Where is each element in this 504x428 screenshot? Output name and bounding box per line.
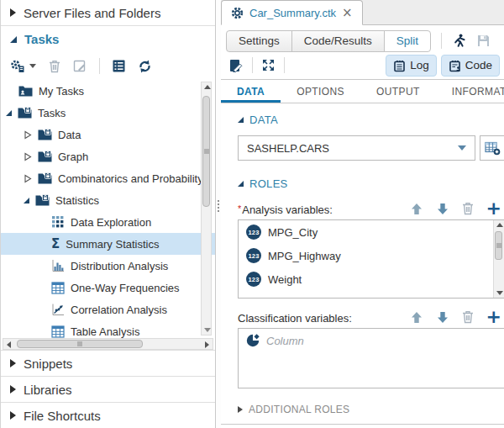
run-button[interactable] [453,34,466,48]
edit-task-button[interactable] [73,60,87,73]
any-column-type-icon [246,334,260,347]
collapsed-arrow-icon [10,411,16,420]
task-properties-button[interactable] [113,60,125,72]
tree-item-my-tasks[interactable]: My Tasks [1,80,215,102]
tree-vertical-scrollbar[interactable] [201,82,212,336]
section-file-shortcuts[interactable]: File Shortcuts [1,402,215,428]
close-icon[interactable]: × [342,7,353,19]
edit-task-button[interactable] [229,59,243,72]
log-label: Log [410,59,429,71]
tab-car-summary[interactable]: Car_Summary.ctk × [221,0,363,25]
scroll-up-arrow-icon[interactable] [204,85,211,89]
section-label: Tasks [24,32,59,46]
collapsed-arrow-icon [10,359,16,367]
tasks-toolbar [1,52,215,80]
classification-variables-listbox[interactable]: Column [238,328,504,388]
tab-options[interactable]: OPTIONS [281,80,360,103]
list-item[interactable]: 123 MPG_City [239,220,504,244]
scroll-down-arrow-icon[interactable] [496,291,503,295]
tree-item-label: My Tasks [39,85,84,98]
choose-table-button[interactable] [480,135,504,161]
my-tasks-folder-icon [18,85,33,97]
move-up-button[interactable] [410,311,423,324]
editor-pane: Car_Summary.ctk × Settings Code/Results … [221,0,504,428]
scroll-up-arrow-icon[interactable] [496,223,503,227]
add-column-button[interactable]: + [486,309,501,325]
tree-horizontal-scrollbar[interactable] [3,338,213,350]
tree-item-data[interactable]: Data [1,124,215,145]
selected-table-value: SASHELP.CARS [247,142,458,155]
tree-item-label: Data Exploration [71,216,151,229]
list-item[interactable]: 123 MPG_Highway [239,244,504,267]
placeholder-item: Column [239,329,504,352]
scroll-left-arrow-icon[interactable] [7,341,11,348]
tree-item-data-exploration[interactable]: Data Exploration [1,211,215,233]
add-column-button[interactable]: + [486,201,501,216]
table-select[interactable]: SASHELP.CARS [238,135,475,161]
frequency-table-icon [51,282,65,294]
log-code-group: Log Code [386,55,500,77]
maximize-view-button[interactable] [262,59,275,71]
section-tasks[interactable]: Tasks [1,26,215,52]
tree-item-statistics[interactable]: Statistics [1,189,215,211]
tree-item-label: Correlation Analysis [71,304,167,316]
collapsed-arrow-icon [24,174,32,183]
new-task-button[interactable] [11,60,36,73]
scroll-down-arrow-icon[interactable] [204,328,211,332]
scrollbar-thumb[interactable] [17,340,143,348]
tree-item-table-analysis[interactable]: Table Analysis [1,320,215,338]
listbox-scrollbar[interactable] [493,220,504,298]
roles-section-header[interactable]: ROLES [238,177,504,190]
tree-item-graph[interactable]: Graph [1,145,215,167]
scrollbar-thumb[interactable] [202,96,210,207]
split-button[interactable]: Split [384,30,431,52]
log-button[interactable]: Log [386,55,437,77]
scrollbar-thumb[interactable] [495,231,502,260]
classification-actions: + [410,309,501,325]
analysis-variables-row: *Analysis variables: + [238,201,504,216]
tree-item-correlation-analysis[interactable]: Correlation Analysis [1,299,215,320]
splitter-grip-icon[interactable] [218,200,219,212]
section-libraries[interactable]: Libraries [1,376,215,402]
tree-item-distribution-analysis[interactable]: Distribution Analysis [1,255,215,277]
analysis-variables-listbox[interactable]: 123 MPG_City 123 MPG_Highway 123 Weight [238,219,504,299]
task-gear-icon [231,7,244,19]
tab-data[interactable]: DATA [221,80,281,103]
tree-item-label: Statistics [55,194,99,207]
numeric-type-icon: 123 [246,272,261,287]
section-snippets[interactable]: Snippets [1,350,215,376]
code-results-button[interactable]: Code/Results [291,30,385,52]
analysis-actions: + [410,201,501,216]
delete-task-button[interactable] [49,60,60,73]
settings-button[interactable]: Settings [226,30,292,52]
code-button[interactable]: Code [441,55,500,77]
remove-column-button[interactable] [462,202,474,215]
tree-item-tasks[interactable]: Tasks [1,102,215,124]
section-title: ADDITIONAL ROLES [249,404,349,415]
section-title: ROLES [249,177,288,190]
data-section-header[interactable]: DATA [238,114,504,126]
tree-item-summary-statistics[interactable]: Σ Summary Statistics [1,233,215,255]
analysis-variables-label: *Analysis variables: [238,203,333,216]
save-button[interactable] [477,34,490,47]
tab-information[interactable]: INFORMATION [436,80,504,103]
refresh-icon [138,60,152,73]
remove-column-button[interactable] [462,310,474,324]
table-selector-row: SASHELP.CARS [238,135,504,161]
tree-item-label: Table Analysis [71,325,139,338]
tree-item-one-way-frequencies[interactable]: One-Way Frequencies [1,277,215,299]
tree-item-combinatorics[interactable]: Combinatorics and Probability [1,167,215,189]
section-server-files-and-folders[interactable]: Server Files and Folders [1,0,215,26]
scroll-right-arrow-icon[interactable] [205,341,209,348]
move-up-button[interactable] [410,203,423,215]
editor-toolbar: Settings Code/Results Split [221,25,504,80]
move-down-button[interactable] [436,311,449,324]
list-item[interactable]: 123 Weight [239,267,504,291]
collapsed-arrow-icon [10,385,16,394]
refresh-button[interactable] [138,60,152,73]
collapsed-arrow-icon [24,130,32,140]
move-down-button[interactable] [436,203,449,215]
tab-output[interactable]: OUTPUT [360,80,436,103]
additional-roles-header[interactable]: ADDITIONAL ROLES [238,404,504,415]
numeric-type-icon: 123 [246,225,261,240]
